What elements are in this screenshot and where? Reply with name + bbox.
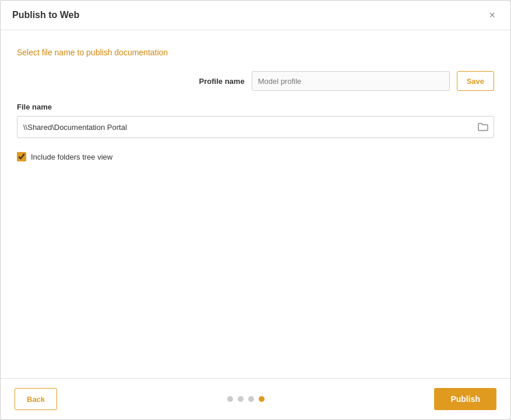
profile-name-input[interactable] <box>252 71 450 91</box>
step-dot-4 <box>259 396 265 402</box>
step-dot-1 <box>227 396 233 402</box>
file-input-wrapper <box>17 116 494 138</box>
profile-row: Profile name Save <box>17 71 494 91</box>
include-folders-row: Include folders tree view <box>17 152 494 161</box>
profile-name-label: Profile name <box>199 77 245 86</box>
include-folders-label[interactable]: Include folders tree view <box>31 153 112 161</box>
step-dots <box>227 396 265 402</box>
step-dot-3 <box>248 396 254 402</box>
file-name-label: File name <box>17 103 494 111</box>
section-title: Select file name to publish documentatio… <box>17 48 494 57</box>
back-button[interactable]: Back <box>15 388 57 410</box>
publish-to-web-dialog: Publish to Web × Select file name to pub… <box>0 0 511 420</box>
dialog-title: Publish to Web <box>12 10 79 20</box>
file-name-input[interactable] <box>17 116 494 138</box>
dialog-header: Publish to Web × <box>1 1 510 30</box>
file-name-section: File name <box>17 103 494 138</box>
close-button[interactable]: × <box>485 9 499 22</box>
browse-folder-button[interactable] <box>478 122 488 132</box>
dialog-footer: Back Publish <box>1 378 510 419</box>
step-dot-2 <box>238 396 244 402</box>
dialog-body: Select file name to publish documentatio… <box>1 30 510 378</box>
folder-icon <box>478 122 488 132</box>
include-folders-checkbox[interactable] <box>17 152 26 161</box>
publish-button[interactable]: Publish <box>434 388 496 410</box>
save-button[interactable]: Save <box>457 71 494 91</box>
